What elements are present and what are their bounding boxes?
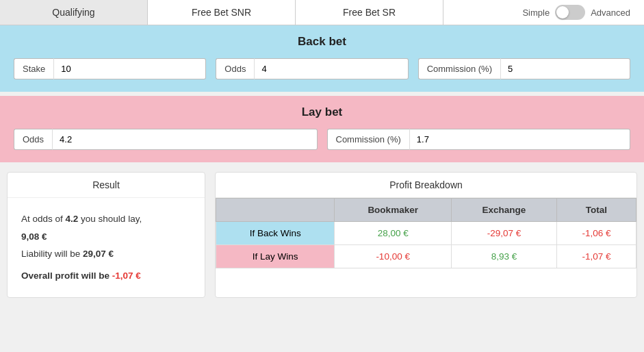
lay-odds-label: Odds bbox=[14, 129, 52, 150]
back-commission-label: Commission (%) bbox=[418, 58, 500, 79]
result-profit-label: Overall profit will be bbox=[21, 271, 112, 281]
simple-advanced-toggle-area: Simple Advanced bbox=[508, 5, 644, 20]
result-body: At odds of 4.2 you should lay, 9,08 € Li… bbox=[8, 198, 205, 297]
result-header: Result bbox=[8, 173, 205, 198]
result-liability-label: Liability will be bbox=[21, 249, 83, 259]
back-bookmaker-value: 28,00 € bbox=[335, 222, 452, 245]
table-row: If Back Wins 28,00 € -29,07 € -1,06 € bbox=[216, 222, 636, 245]
toggle-knob bbox=[556, 6, 569, 18]
back-odds-field-group: Odds bbox=[216, 58, 408, 79]
col-header-exchange: Exchange bbox=[452, 199, 557, 222]
lay-commission-label: Commission (%) bbox=[327, 129, 409, 150]
stake-label: Stake bbox=[14, 58, 53, 79]
back-row-label: If Back Wins bbox=[216, 222, 335, 245]
simple-advanced-toggle[interactable] bbox=[555, 5, 585, 20]
result-liability: Liability will be 29,07 € bbox=[21, 245, 191, 263]
stake-field-group: Stake bbox=[14, 58, 206, 79]
lay-commission-field-group: Commission (%) bbox=[327, 129, 631, 150]
back-total-value: -1,06 € bbox=[556, 222, 636, 245]
result-box: Result At odds of 4.2 you should lay, 9,… bbox=[7, 172, 205, 298]
table-header-row: Bookmaker Exchange Total bbox=[216, 199, 636, 222]
back-odds-input[interactable] bbox=[254, 58, 408, 79]
profit-box: Profit Breakdown Bookmaker Exchange Tota… bbox=[215, 172, 637, 298]
lay-odds-input[interactable] bbox=[52, 129, 317, 150]
col-header-total: Total bbox=[556, 199, 636, 222]
lay-bet-section: Lay bet Odds Commission (%) bbox=[0, 96, 644, 162]
lay-bookmaker-value: -10,00 € bbox=[335, 245, 452, 268]
result-line1-text: At odds of bbox=[21, 214, 66, 224]
back-commission-field-group: Commission (%) bbox=[418, 58, 630, 79]
lay-commission-input[interactable] bbox=[409, 129, 630, 150]
lay-bet-fields: Odds Commission (%) bbox=[14, 129, 630, 150]
result-odds-highlight: 4.2 bbox=[66, 214, 79, 224]
tabs-bar: Qualifying Free Bet SNR Free Bet SR Simp… bbox=[0, 0, 644, 25]
stake-input[interactable] bbox=[53, 58, 206, 79]
col-header-label bbox=[216, 199, 335, 222]
lay-total-value: -1,07 € bbox=[556, 245, 636, 268]
result-lay-stake: 9,08 € bbox=[21, 228, 191, 246]
profit-table: Bookmaker Exchange Total If Back Wins 28… bbox=[216, 198, 636, 268]
result-profit: Overall profit will be -1,07 € bbox=[21, 267, 191, 285]
back-commission-input[interactable] bbox=[500, 58, 630, 79]
back-bet-fields: Stake Odds Commission (%) bbox=[14, 58, 630, 79]
lay-bet-title: Lay bet bbox=[14, 105, 630, 119]
tab-free-bet-snr[interactable]: Free Bet SNR bbox=[148, 0, 296, 25]
profit-breakdown-title: Profit Breakdown bbox=[216, 173, 636, 198]
result-liability-value: 29,07 € bbox=[83, 249, 114, 259]
simple-label: Simple bbox=[522, 8, 550, 18]
lay-odds-field-group: Odds bbox=[14, 129, 318, 150]
back-odds-label: Odds bbox=[216, 58, 254, 79]
result-profit-value: -1,07 € bbox=[112, 271, 141, 281]
table-row: If Lay Wins -10,00 € 8,93 € -1,07 € bbox=[216, 245, 636, 268]
tab-qualifying[interactable]: Qualifying bbox=[0, 0, 148, 25]
col-header-bookmaker: Bookmaker bbox=[335, 199, 452, 222]
lay-exchange-value: 8,93 € bbox=[452, 245, 557, 268]
back-bet-title: Back bet bbox=[14, 35, 630, 49]
back-exchange-value: -29,07 € bbox=[452, 222, 557, 245]
result-line1: At odds of 4.2 you should lay, bbox=[21, 210, 191, 228]
advanced-label: Advanced bbox=[591, 8, 630, 18]
bottom-area: Result At odds of 4.2 you should lay, 9,… bbox=[0, 162, 644, 307]
tab-free-bet-sr[interactable]: Free Bet SR bbox=[296, 0, 443, 25]
result-line1b: you should lay, bbox=[78, 214, 142, 224]
back-bet-section: Back bet Stake Odds Commission (%) bbox=[0, 25, 644, 92]
lay-row-label: If Lay Wins bbox=[216, 245, 335, 268]
